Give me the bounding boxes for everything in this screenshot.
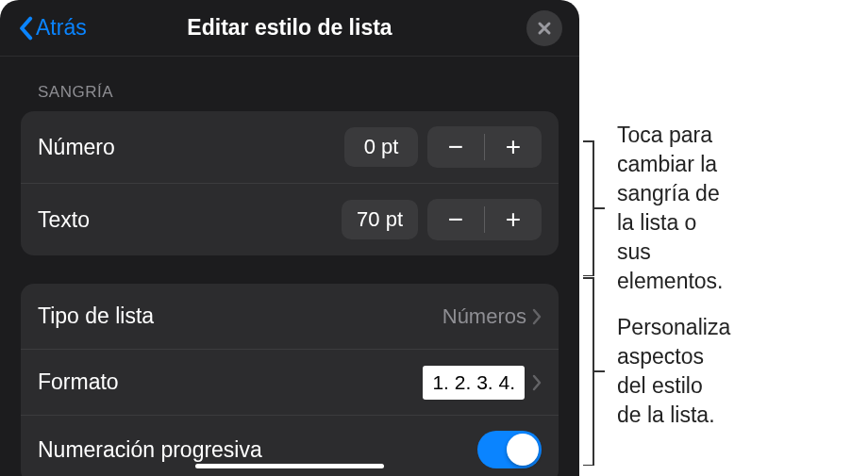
value-numero: 0 pt xyxy=(344,127,418,167)
bracket-icon xyxy=(583,277,604,466)
home-indicator xyxy=(195,464,384,468)
chevron-right-icon xyxy=(532,374,542,391)
toggle-knob xyxy=(507,434,539,466)
stepper-numero: − + xyxy=(427,126,542,168)
close-button[interactable] xyxy=(526,10,562,46)
lista-group: Tipo de lista Números Formato 1. 2. 3. 4… xyxy=(21,284,559,476)
close-icon xyxy=(537,21,552,36)
label-numero: Número xyxy=(38,135,344,160)
row-formato[interactable]: Formato 1. 2. 3. 4. xyxy=(21,350,559,416)
chevron-left-icon xyxy=(17,16,34,41)
value-tipo-lista: Números xyxy=(442,304,526,329)
back-label: Atrás xyxy=(36,15,87,41)
header: Atrás Editar estilo de lista xyxy=(0,0,579,57)
label-texto: Texto xyxy=(38,207,342,233)
numeracion-toggle[interactable] xyxy=(477,431,542,468)
page-title: Editar estilo de lista xyxy=(187,15,392,41)
row-tipo-lista[interactable]: Tipo de lista Números xyxy=(21,284,559,350)
edit-list-style-panel: Atrás Editar estilo de lista SANGRÍA Núm… xyxy=(0,0,579,476)
format-preview: 1. 2. 3. 4. xyxy=(423,366,525,400)
numero-decrement-button[interactable]: − xyxy=(427,126,484,168)
row-texto: Texto 70 pt − + xyxy=(21,184,559,255)
section-header-sangria: SANGRÍA xyxy=(0,57,579,111)
label-formato: Formato xyxy=(38,369,423,395)
stepper-texto: − + xyxy=(427,199,542,240)
value-texto: 70 pt xyxy=(342,200,418,239)
back-button[interactable]: Atrás xyxy=(17,15,87,41)
label-numeracion: Numeración progresiva xyxy=(38,437,477,463)
texto-decrement-button[interactable]: − xyxy=(427,199,484,240)
numero-increment-button[interactable]: + xyxy=(485,126,542,168)
callout-text: Personaliza aspectos del estilo de la li… xyxy=(617,313,730,430)
bracket-icon xyxy=(583,140,604,276)
callout-text: Toca para cambiar la sangría de la lista… xyxy=(617,121,724,296)
chevron-right-icon xyxy=(532,308,542,325)
row-numero: Número 0 pt − + xyxy=(21,111,559,184)
label-tipo-lista: Tipo de lista xyxy=(38,304,442,329)
callout-estilo: Personaliza aspectos del estilo de la li… xyxy=(583,277,730,466)
sangria-group: Número 0 pt − + Texto 70 pt − + xyxy=(21,111,559,255)
callout-sangria: Toca para cambiar la sangría de la lista… xyxy=(583,121,724,296)
texto-increment-button[interactable]: + xyxy=(485,199,542,240)
